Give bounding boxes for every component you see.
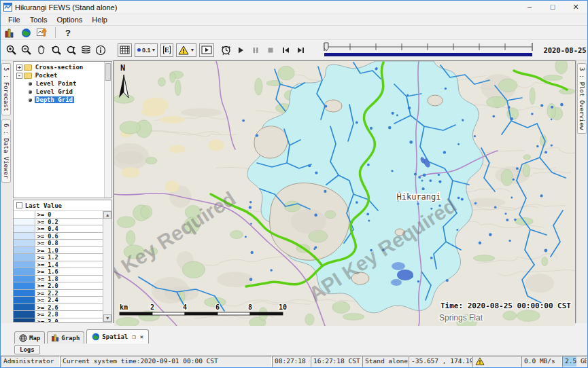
legend-row[interactable]: >= 0.2 [14,219,103,226]
tree-item[interactable]: Level Point [14,79,104,88]
stop-button[interactable] [264,44,277,56]
warning-icon [475,357,485,365]
menu-options[interactable]: Options [52,16,87,24]
legend-row[interactable]: >= 0 [14,211,103,219]
right-dock-strip: 3 : Plot Overview [576,60,587,323]
legend-swatch [14,318,35,323]
chevron-down-icon[interactable]: ▼ [152,48,156,52]
legend-row[interactable]: >= 2.8 [14,311,103,318]
legend-label: >= 3.0 [35,318,103,323]
svg-text:10: 10 [279,303,287,311]
explorer-chart-icon[interactable] [3,26,16,39]
legend-row[interactable]: >= 2.2 [14,290,103,297]
warning-button[interactable]: ▼ [176,43,196,57]
legend-label: >= 1.2 [35,254,103,261]
legend-row[interactable]: >= 1.0 [14,247,103,255]
tree-item-label[interactable]: Cross-section [34,64,84,71]
legend-swatch [14,211,35,218]
timer-icon[interactable] [220,44,232,56]
legend-scrollbar[interactable]: ▲ ▼ [103,211,111,322]
pause-button[interactable] [249,44,262,56]
tab-plot-overview[interactable]: 3 : Plot Overview [577,63,587,134]
tab-map[interactable]: Map [14,331,45,344]
legend-row[interactable]: >= 3.0 [14,318,103,323]
maximize-button[interactable]: □ [541,1,564,14]
tree-item[interactable]: Level Grid [14,88,104,96]
svg-text:E: E [165,45,169,54]
svg-text:4: 4 [183,303,187,311]
legend-label: >= 2.2 [35,290,103,297]
status-gmt-time: 08:27:18 GMT [272,356,311,367]
menu-help[interactable]: Help [87,16,112,24]
legend-label: >= 0.6 [35,233,103,240]
legend-label: >= 0.4 [35,225,103,232]
tab-spatial[interactable]: Spatial ❐ ✕ [86,329,149,344]
zoom-previous-icon[interactable] [50,44,62,56]
tab-graph[interactable]: Graph [47,331,84,344]
svg-text:km: km [120,303,128,311]
play-button[interactable] [235,44,247,56]
tree-item-label[interactable]: Level Point [35,80,78,87]
logs-button[interactable]: Logs [14,345,40,354]
tree-list: +Cross-section-PocketLevel PointLevel Gr… [14,62,104,198]
legend-row[interactable]: >= 0.6 [14,233,103,240]
tree-item[interactable]: +Cross-section [14,63,104,71]
grid-button[interactable] [118,43,132,57]
tree-scrollbar[interactable] [104,62,111,198]
legend-row[interactable]: >= 1.2 [14,254,103,261]
last-value-checkbox[interactable] [16,202,22,208]
map-canvas[interactable]: API Key RequiredAPI Key Required N km246… [114,60,576,323]
legend-swatch [14,297,35,303]
timeseries-icon[interactable] [36,26,48,39]
chevron-down-icon[interactable]: ▼ [190,48,194,52]
animation-button[interactable] [199,43,214,57]
first-frame-button[interactable] [279,44,292,56]
legend-row[interactable]: >= 1.8 [14,276,103,283]
time-slider[interactable] [322,41,536,59]
legend-row[interactable]: >= 2.0 [14,282,103,290]
menu-file[interactable]: File [3,16,25,24]
last-frame-button[interactable] [294,44,307,56]
tab-forecast[interactable]: 5 : Forecast [1,63,11,115]
layers-icon[interactable] [80,44,92,56]
tree-item-label[interactable]: Depth Grid [35,96,74,103]
zoom-next-icon[interactable] [65,44,77,56]
pan-icon[interactable] [35,44,47,56]
tree-item[interactable]: -Pocket [14,71,104,79]
tree-expander-icon[interactable]: + [16,65,22,71]
restore-icon[interactable]: ❐ [132,333,135,340]
toolbar-map: 0.1 ▼ E ▼ [1,40,587,60]
legend-label: >= 0.2 [35,219,103,225]
tab-data-viewer[interactable]: 6 : Data Viewer [1,119,11,183]
legend-swatch [14,268,35,275]
tree-item[interactable]: Depth Grid [14,96,104,104]
status-local-time: 16:27:18 CST [311,356,362,367]
close-icon[interactable]: ✕ [140,333,143,340]
close-button[interactable]: ✕ [564,1,587,14]
window-title: Hikurangi FEWS (Stand alone) [15,3,117,12]
legend-label: >= 2.4 [35,297,103,303]
tree-item-label[interactable]: Level Grid [35,88,74,95]
zoom-in-icon[interactable] [5,44,17,56]
legend-row[interactable]: >= 1.4 [14,261,103,269]
legend-swatch [14,233,35,240]
legend-row[interactable]: >= 0.8 [14,240,103,247]
menu-tools[interactable]: Tools [25,16,52,24]
tree-item-label[interactable]: Pocket [34,72,59,79]
legend-row[interactable]: >= 0.4 [14,225,103,233]
labels-button[interactable]: E [160,43,173,57]
zoom-out-icon[interactable] [20,44,32,56]
last-value-label: Last Value [25,202,62,209]
minimize-button[interactable]: – [518,1,541,14]
info-icon[interactable] [94,44,107,56]
legend-row[interactable]: >= 2.4 [14,297,103,304]
town-label: Hikurangi [397,192,441,202]
scroll-up-icon[interactable]: ▲ [103,211,111,219]
tree-expander-icon[interactable]: - [16,73,22,79]
point-value-button[interactable]: 0.1 ▼ [135,43,158,57]
globe-icon[interactable] [20,26,32,39]
help-icon[interactable]: ? [63,28,73,38]
legend-row[interactable]: >= 1.6 [14,268,103,276]
scroll-down-icon[interactable]: ▼ [103,314,111,322]
legend-row[interactable]: >= 2.6 [14,304,103,312]
